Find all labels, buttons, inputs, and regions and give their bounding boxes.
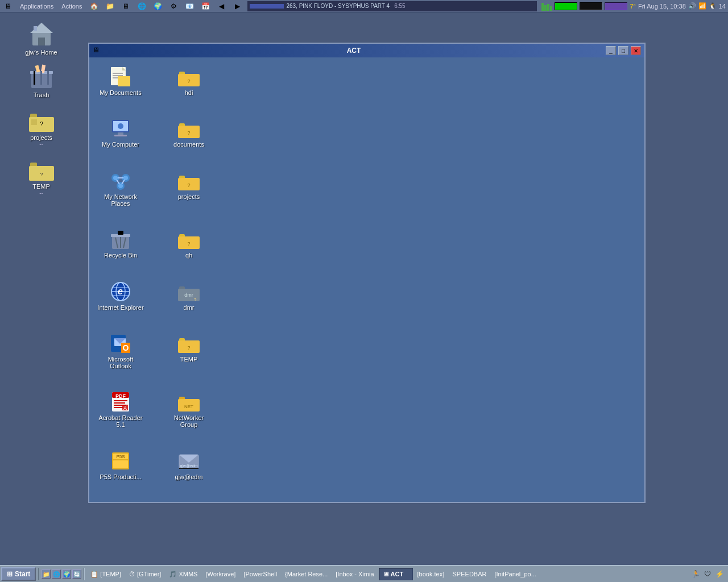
svg-text:A: A (123, 405, 127, 411)
temp-task-label: [TEMP] (100, 571, 121, 577)
xmms-task-label: XMMS (179, 571, 197, 577)
disk-bar (580, 2, 602, 10)
window-icon-ie[interactable]: e Internet Explorer (95, 278, 146, 327)
penguin-icon: 🐧 (709, 2, 717, 10)
taskbar-item-gtimer[interactable]: ⏱ [GTimer] (126, 568, 164, 580)
dmr-icon: dmr ? (177, 280, 200, 303)
taskbar-item-initpanel[interactable]: [InitPanel_po... (491, 568, 539, 580)
terminal-icon[interactable]: 🖥 (120, 1, 131, 12)
svg-point-42 (113, 176, 118, 180)
quick-launch-1[interactable]: 📁 (42, 569, 51, 579)
svg-rect-90 (179, 468, 198, 469)
system-icon: 🖥 (2, 1, 14, 12)
desktop-icon-home[interactable]: gjw's Home (16, 18, 67, 58)
window-icon-outlook[interactable]: O Microsoft Outlook (95, 330, 146, 385)
networker-icon: NET (177, 390, 200, 413)
taskbar-item-xmms[interactable]: 🎵 XMMS (166, 568, 201, 580)
quick-launch-2[interactable]: 🌐 (52, 569, 61, 579)
window-icon-documents[interactable]: ? documents (163, 115, 214, 164)
maximize-button[interactable]: □ (618, 46, 628, 55)
home-icon (28, 20, 55, 48)
window-icon-my-computer[interactable]: My Computer (95, 115, 146, 164)
act-window-icon: 🖥 (93, 46, 102, 55)
arrow-left-icon[interactable]: ◀ (216, 1, 227, 12)
window-icon-network-places[interactable]: My Network Places (95, 167, 146, 223)
desktop-sidebar: gjw's Home Trash ? (0, 13, 82, 547)
arrow-right-icon[interactable]: ▶ (231, 1, 243, 12)
temp-icon: ? (177, 332, 200, 355)
initpanel-task-label: [InitPanel_po... (494, 571, 536, 577)
svg-text:P5S: P5S (116, 454, 125, 459)
tray-icon-3[interactable]: ⚡ (714, 569, 725, 579)
svg-rect-50 (118, 231, 123, 235)
window-icon-networker[interactable]: NET NetWorker Group (163, 388, 214, 444)
quick-launch-3[interactable]: 🌍 (62, 569, 71, 579)
taskbar-item-market[interactable]: {Market Rese... (282, 568, 331, 580)
taskbar-item-temp[interactable]: 📋 [TEMP] (87, 568, 125, 580)
svg-point-44 (118, 184, 123, 188)
svg-text:?: ? (187, 345, 190, 351)
hdi-label: hdi (185, 89, 193, 96)
my-documents-label: My Documents (100, 89, 141, 96)
settings-icon[interactable]: ⚙ (168, 1, 179, 12)
taskbar-item-inbox[interactable]: [Inbox - Ximia (332, 568, 377, 580)
gjw-edm-icon: gjw@edm (177, 450, 200, 472)
desktop-icon-trash[interactable]: Trash (16, 61, 67, 101)
file-manager-icon[interactable]: 📁 (104, 1, 115, 12)
actions-menu[interactable]: Actions (60, 3, 84, 10)
gjw-edm-label: gjw@edm (175, 473, 202, 480)
network-icon[interactable]: 🌍 (152, 1, 163, 12)
temp-folder-icon: ? (28, 155, 55, 182)
projects-desktop-label: projects (30, 134, 52, 141)
window-icon-acrobat[interactable]: PDF A Acrobat Reader 5.1 (95, 388, 146, 444)
window-icon-temp[interactable]: ? TEMP (163, 330, 214, 385)
minimize-button[interactable]: _ (606, 46, 616, 55)
window-icon-gjw-edm[interactable]: gjw@edm gjw@edm (163, 447, 214, 496)
window-icon-recycle-bin[interactable]: Recycle Bin (95, 226, 146, 275)
taskbar-item-speedbar[interactable]: SPEEDBAR (449, 568, 490, 580)
act-titlebar[interactable]: 🖥 ACT _ □ ✕ (89, 44, 644, 57)
browser-icon[interactable]: 🌐 (136, 1, 147, 12)
temp-desktop-sublabel: -- (39, 190, 43, 196)
home-launcher-icon[interactable]: 🏠 (88, 1, 100, 12)
close-button[interactable]: ✕ (631, 46, 641, 55)
window-icon-dmr[interactable]: dmr ? dmr (163, 278, 214, 327)
svg-rect-76 (114, 402, 125, 404)
svg-text:?: ? (187, 182, 190, 188)
book-task-label: [book.tex] (417, 571, 445, 577)
p5s-icon: P5S (109, 450, 132, 472)
tray-icon-2[interactable]: 🛡 (702, 569, 713, 579)
window-icon-qh[interactable]: ? qh (163, 226, 214, 275)
tray-icon-1[interactable]: 🏃 (690, 569, 701, 579)
window-icon-my-documents[interactable]: My Documents (95, 63, 146, 112)
start-icon: ⊞ (7, 570, 13, 578)
calendar-icon[interactable]: 📅 (200, 1, 211, 12)
window-icon-projects[interactable]: ? projects (163, 167, 214, 223)
music-progress-bar (250, 4, 284, 9)
quick-launch-4[interactable]: 🔄 (72, 569, 81, 579)
act-task-label: ACT (391, 571, 404, 577)
svg-text:?: ? (187, 241, 190, 247)
desktop-icon-temp[interactable]: ? TEMP -- (16, 152, 67, 198)
outlook-icon: O (109, 332, 132, 355)
cpu-graph (541, 2, 552, 11)
network-places-icon (109, 169, 132, 192)
start-button[interactable]: ⊞ Start (1, 567, 36, 581)
volume-icon[interactable]: 🔊 (688, 2, 696, 10)
temp-desktop-label: TEMP (32, 183, 50, 190)
music-player-bar[interactable]: 263, PINK FLOYD - SYSYPHUS PART 4 6:55 (247, 1, 537, 11)
recycle-bin-label: Recycle Bin (104, 252, 137, 259)
desktop-icon-projects[interactable]: ? projects -- (16, 103, 67, 149)
svg-text:?: ? (40, 172, 43, 177)
applications-menu[interactable]: Applications (18, 3, 55, 10)
window-icon-hdi[interactable]: ? hdi (163, 63, 214, 112)
taskbar-item-powershell[interactable]: [PowerShell (240, 568, 280, 580)
network-places-label: My Network Places (97, 193, 144, 207)
taskbar-item-act[interactable]: 🖥 ACT (379, 568, 413, 580)
svg-text:PDF: PDF (115, 393, 126, 399)
my-documents-icon (109, 65, 132, 88)
taskbar-item-workrave[interactable]: [Workrave] (202, 568, 239, 580)
window-icon-p5s[interactable]: P5S P5S Producti... (95, 447, 146, 496)
email-icon[interactable]: 📧 (184, 1, 195, 12)
taskbar-item-book[interactable]: [book.tex] (414, 568, 448, 580)
